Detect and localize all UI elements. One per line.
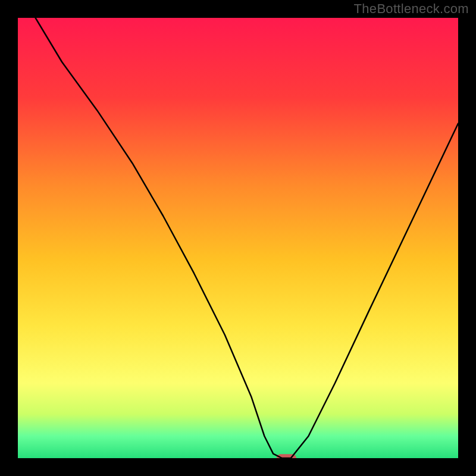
chart-container: TheBottleneck.com <box>0 0 476 476</box>
watermark-text: TheBottleneck.com <box>354 1 469 17</box>
plot-area <box>18 18 458 458</box>
chart-svg <box>18 18 458 458</box>
gradient-background <box>18 18 458 458</box>
